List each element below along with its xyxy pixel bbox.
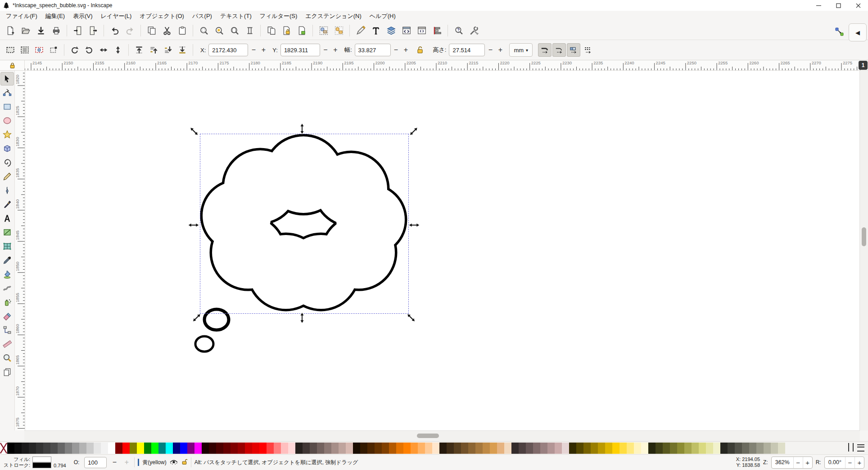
swatch-e6e6e6[interactable] xyxy=(94,443,101,454)
swatch-262620[interactable] xyxy=(720,443,728,454)
fill-stroke-button[interactable] xyxy=(353,23,368,38)
stroke-swatch[interactable] xyxy=(32,462,51,468)
width-increment-button[interactable]: + xyxy=(402,46,411,54)
y-input[interactable]: 1829.311 xyxy=(280,44,320,56)
swatch-a6a64d[interactable] xyxy=(684,443,692,454)
swatch-ffdd40[interactable] xyxy=(619,443,627,454)
export-button[interactable] xyxy=(86,23,100,38)
swatch-808080[interactable] xyxy=(65,443,72,454)
tool-star[interactable] xyxy=(0,128,14,141)
swatch-e6d5d5[interactable] xyxy=(562,443,569,454)
swatch-73625e[interactable] xyxy=(317,443,324,454)
duplicate-button[interactable] xyxy=(264,23,279,38)
menu-text[interactable]: テキスト(T) xyxy=(216,11,256,21)
lower-bottom-button[interactable] xyxy=(176,43,189,57)
swatch-ffcc99[interactable] xyxy=(425,443,432,454)
open-button[interactable] xyxy=(18,23,33,38)
palette-scroll-down-icon[interactable] xyxy=(853,444,854,452)
tool-rectangle[interactable] xyxy=(0,100,14,113)
swatch-ffd9d9[interactable] xyxy=(288,443,295,454)
swatch-c7c7b3[interactable] xyxy=(771,443,778,454)
tool-connector[interactable] xyxy=(0,323,14,337)
swatch-none[interactable] xyxy=(0,443,7,454)
rotate-ccw-button[interactable] xyxy=(68,43,81,57)
zoom-actual-button[interactable] xyxy=(242,23,257,38)
scale-corners-toggle[interactable] xyxy=(552,43,566,57)
page-badge[interactable]: 1 xyxy=(859,61,868,70)
menu-path[interactable]: パス(P) xyxy=(188,11,216,21)
tool-tweak[interactable] xyxy=(0,281,14,295)
swatch-ff8080[interactable] xyxy=(274,443,281,454)
swatch-bfbf66[interactable] xyxy=(692,443,699,454)
tool-spiral[interactable] xyxy=(0,156,14,169)
new-button[interactable] xyxy=(3,23,18,38)
swatch-4d2600[interactable] xyxy=(367,443,375,454)
swatch-bf8a46[interactable] xyxy=(483,443,490,454)
swatch-e6e6a6[interactable] xyxy=(706,443,713,454)
tool-node[interactable] xyxy=(0,86,14,99)
swatch-ffb366[interactable] xyxy=(418,443,425,454)
swatch-73522a[interactable] xyxy=(461,443,468,454)
swatch-660000[interactable] xyxy=(223,443,231,454)
menu-layer[interactable]: レイヤー(L) xyxy=(97,11,136,21)
find-button[interactable] xyxy=(451,23,466,38)
swatch-000000[interactable] xyxy=(7,443,14,454)
tool-zoom[interactable] xyxy=(0,351,14,365)
swatch-808000[interactable] xyxy=(130,443,137,454)
swatch-f2f2cc[interactable] xyxy=(713,443,720,454)
swatch-000080[interactable] xyxy=(173,443,180,454)
swatch-a6783d[interactable] xyxy=(475,443,483,454)
swatch-800000[interactable] xyxy=(115,443,122,454)
bbox-toggle-button[interactable] xyxy=(47,43,60,57)
zoom-selection-button[interactable] xyxy=(196,23,211,38)
lock-ratio-icon[interactable] xyxy=(413,43,427,57)
raise-button[interactable] xyxy=(147,43,160,57)
swatch-4d0000[interactable] xyxy=(216,443,223,454)
x-decrement-button[interactable]: − xyxy=(249,46,258,54)
swatch-ffd000[interactable] xyxy=(612,443,619,454)
zoom-input[interactable]: 362% xyxy=(772,459,793,465)
align-dialog-button[interactable] xyxy=(429,23,444,38)
swatch-8c8c33[interactable] xyxy=(677,443,684,454)
tool-dropper[interactable] xyxy=(0,253,14,267)
print-button[interactable] xyxy=(49,23,63,38)
layer-lock-icon[interactable] xyxy=(181,458,188,466)
swatch-332b00[interactable] xyxy=(569,443,576,454)
swatch-dedec8[interactable] xyxy=(778,443,785,454)
y-increment-button[interactable]: + xyxy=(331,46,340,54)
swatch-008080[interactable] xyxy=(158,443,166,454)
width-decrement-button[interactable]: − xyxy=(392,46,401,54)
swatch-a68e88[interactable] xyxy=(331,443,339,454)
ruler-lock-icon[interactable] xyxy=(0,60,25,70)
tool-pencil[interactable] xyxy=(0,170,14,183)
x-increment-button[interactable]: + xyxy=(259,46,268,54)
text-dialog-button[interactable] xyxy=(368,23,383,38)
swatch-828274[interactable] xyxy=(749,443,756,454)
rotate-cw-button[interactable] xyxy=(82,43,96,57)
menu-filters[interactable]: フィルター(S) xyxy=(256,11,302,21)
vertical-scrollbar-thumb[interactable] xyxy=(862,227,866,246)
swatch-3d3d35[interactable] xyxy=(728,443,735,454)
tool-pages[interactable] xyxy=(0,365,14,379)
swatch-26201d[interactable] xyxy=(295,443,303,454)
cut-button[interactable] xyxy=(159,23,174,38)
import-button[interactable] xyxy=(70,23,85,38)
swatch-1a0000[interactable] xyxy=(202,443,209,454)
canvas[interactable] xyxy=(25,71,859,430)
horizontal-ruler[interactable]: 2145215021552160216521702175218021852190… xyxy=(25,60,868,70)
swatch-ff8000[interactable] xyxy=(403,443,411,454)
swatch-6b6b5f[interactable] xyxy=(742,443,749,454)
swatch-4d4040[interactable] xyxy=(519,443,526,454)
selectors-dialog-button[interactable] xyxy=(414,23,429,38)
swatch-554700[interactable] xyxy=(576,443,583,454)
opacity-input[interactable]: 100 xyxy=(84,457,107,468)
menu-object[interactable]: オブジェクト(O) xyxy=(136,11,188,21)
swatch-333333[interactable] xyxy=(36,443,43,454)
swatch-0000ff[interactable] xyxy=(180,443,187,454)
selection-handle-e[interactable] xyxy=(408,221,420,226)
zoom-page-button[interactable] xyxy=(227,23,242,38)
swatch-806a6a[interactable] xyxy=(533,443,540,454)
select-all-button[interactable] xyxy=(4,43,17,57)
move-gradients-toggle[interactable] xyxy=(567,43,580,57)
unit-dropdown[interactable]: mm ▾ xyxy=(509,43,533,57)
